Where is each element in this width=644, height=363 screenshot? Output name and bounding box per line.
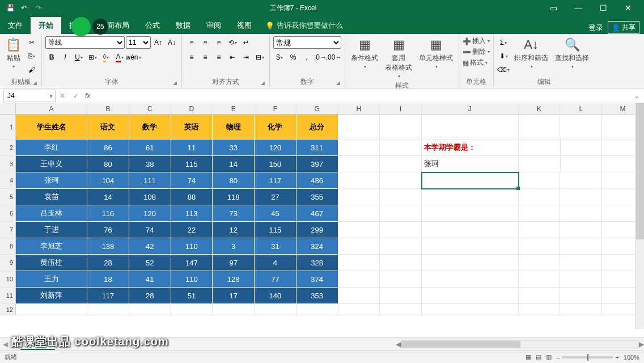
cell[interactable] [519,255,561,271]
increase-font-button[interactable]: A↑ [152,36,164,49]
bold-button[interactable]: B [45,51,58,64]
cell[interactable]: 11 [171,140,213,156]
cell[interactable] [519,172,561,189]
autosum-button[interactable]: Σ▾ [497,36,510,49]
cell[interactable] [338,205,380,222]
cell[interactable]: 33 [213,140,255,156]
share-button[interactable]: 👤共享 [608,21,639,34]
number-format-select[interactable]: 常规 [273,36,341,49]
cell[interactable]: 120 [129,205,171,222]
cell[interactable] [422,255,519,271]
cell[interactable]: 51 [171,288,213,304]
cell[interactable] [380,238,422,255]
cell[interactable] [380,189,422,205]
ribbon-options-icon[interactable]: ▭ [542,1,565,15]
tab-file[interactable]: 文件 [0,17,31,34]
cut-button[interactable]: ✂ [26,36,38,49]
cell[interactable]: 108 [129,189,171,205]
cell[interactable]: 张珂 [16,172,87,189]
cell[interactable] [380,140,422,156]
column-header[interactable]: D [171,103,213,115]
cell[interactable] [296,304,338,315]
cell[interactable]: 353 [296,288,338,304]
row-header[interactable]: 11 [0,288,16,304]
row-header[interactable]: 7 [0,222,16,238]
cell[interactable]: 45 [255,205,296,222]
align-middle-button[interactable]: ≡ [199,36,211,49]
cell[interactable]: 袁苗 [16,189,87,205]
cell[interactable] [560,255,602,271]
column-header[interactable]: H [338,103,380,115]
row-header[interactable]: 12 [0,304,16,315]
cell[interactable]: 467 [296,205,338,222]
cell[interactable]: 22 [171,222,213,238]
cell[interactable]: 李红 [16,140,87,156]
expand-formula-icon[interactable]: ⌄ [634,92,644,100]
cell[interactable]: 355 [296,189,338,205]
row-header[interactable]: 5 [0,189,16,205]
cell[interactable]: 数学 [129,115,171,140]
cell[interactable] [422,222,519,238]
cell[interactable] [561,140,603,156]
row-header[interactable]: 9 [0,255,16,271]
tab-formulas[interactable]: 公式 [137,17,168,34]
cell[interactable] [338,288,380,304]
cell[interactable]: 77 [255,271,296,288]
cell[interactable]: 128 [213,271,255,288]
align-center-button[interactable]: ≡ [199,51,211,64]
paste-button[interactable]: 📋 粘贴 ▾ [3,36,23,70]
increase-decimal-button[interactable]: .0→ [314,51,327,64]
column-header[interactable]: L [560,103,602,115]
column-header[interactable]: E [213,103,255,115]
tell-me[interactable]: 💡告诉我你想要做什么 [260,17,349,34]
sheet-nav-prev-icon[interactable]: ◀ [0,340,10,348]
view-layout-icon[interactable]: ▤ [536,353,541,361]
cell[interactable] [560,238,602,255]
conditional-format-button[interactable]: ▦条件格式▾ [349,36,380,70]
view-break-icon[interactable]: ▥ [546,353,552,361]
cell[interactable]: 本学期学霸是： [422,140,519,156]
cell[interactable]: 80 [213,172,255,189]
column-header[interactable]: G [296,103,338,115]
cell[interactable]: 120 [255,140,296,156]
cell[interactable]: 4 [255,255,296,271]
align-right-button[interactable]: ≡ [213,51,225,64]
cell[interactable]: 于进 [16,222,87,238]
font-size-select[interactable]: 11 [126,36,151,49]
row-header[interactable]: 8 [0,238,16,255]
cell[interactable] [338,156,380,172]
cell[interactable] [87,304,129,315]
view-normal-icon[interactable]: ▦ [526,353,531,361]
cell[interactable]: 18 [87,271,129,288]
cell[interactable]: 80 [87,156,129,172]
cell[interactable] [561,156,603,172]
cell[interactable]: 74 [129,222,171,238]
cell[interactable]: 吕玉林 [16,205,87,222]
insert-cells-button[interactable]: ➕插入▾ [463,36,490,46]
cell[interactable] [338,172,380,189]
align-left-button[interactable]: ≡ [185,51,198,64]
cell[interactable] [338,271,380,288]
cell[interactable]: 31 [255,238,296,255]
tab-home[interactable]: 开始 [31,17,61,34]
cell[interactable] [422,115,519,140]
cell[interactable]: 111 [129,172,171,189]
cell[interactable] [560,115,602,140]
cell[interactable] [560,205,602,222]
cell[interactable]: 14 [87,189,129,205]
cell[interactable] [338,238,380,255]
sort-filter-button[interactable]: A↓排序和筛选▾ [512,36,550,70]
cell[interactable]: 86 [87,140,129,156]
cell[interactable]: 语文 [87,115,129,140]
cell[interactable]: 104 [87,172,129,189]
cell[interactable]: 61 [129,140,171,156]
tab-review[interactable]: 审阅 [198,17,229,34]
cell[interactable] [422,304,519,315]
cell[interactable]: 118 [213,189,255,205]
cell[interactable] [519,238,561,255]
name-box[interactable]: J4▾ [3,90,56,102]
cell[interactable] [422,238,519,255]
column-header[interactable]: C [129,103,171,115]
save-icon[interactable]: 💾 [6,3,15,12]
cell[interactable] [255,304,296,315]
